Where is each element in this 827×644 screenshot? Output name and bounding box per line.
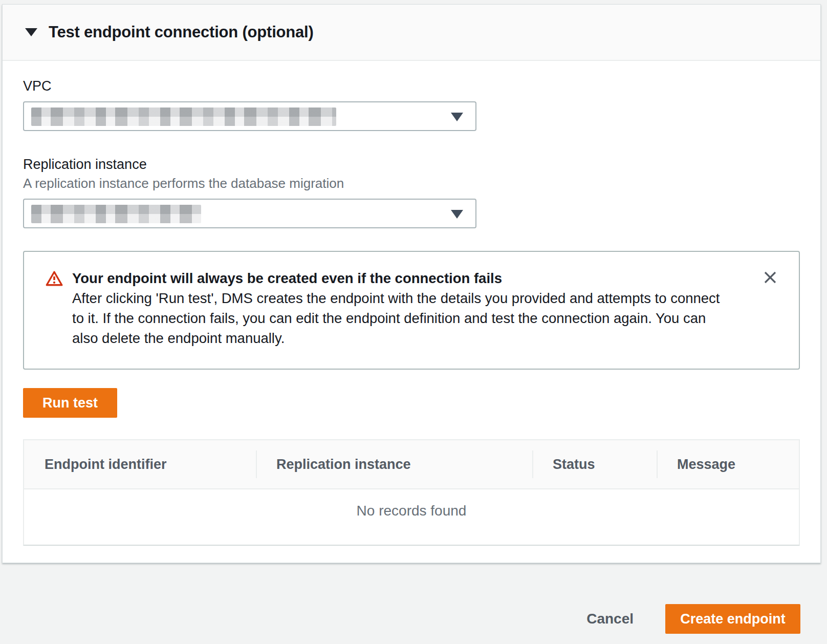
collapse-triangle-icon bbox=[25, 28, 37, 36]
warning-alert: Your endpoint will always be created eve… bbox=[23, 251, 800, 370]
section-header-toggle[interactable]: Test endpoint connection (optional) bbox=[3, 5, 820, 61]
vpc-select[interactable] bbox=[23, 101, 476, 131]
cancel-button[interactable]: Cancel bbox=[586, 611, 634, 627]
warning-triangle-icon bbox=[46, 270, 63, 348]
vpc-redacted-value bbox=[31, 108, 336, 126]
table-header-row: Endpoint identifier Replication instance… bbox=[24, 440, 799, 489]
table-empty-state: No records found bbox=[24, 489, 799, 545]
section-body: VPC Replication instance A replication i… bbox=[3, 78, 820, 546]
replication-instance-select[interactable] bbox=[23, 199, 476, 228]
column-header-message: Message bbox=[657, 440, 799, 488]
run-test-button[interactable]: Run test bbox=[23, 388, 117, 418]
column-header-endpoint-identifier: Endpoint identifier bbox=[24, 440, 256, 488]
section-title: Test endpoint connection (optional) bbox=[49, 23, 314, 41]
footer-action-bar: Cancel Create endpoint bbox=[586, 604, 800, 634]
test-endpoint-section-card: Test endpoint connection (optional) VPC … bbox=[2, 4, 821, 563]
close-icon[interactable] bbox=[759, 266, 781, 289]
warning-text-block: Your endpoint will always be created eve… bbox=[72, 268, 720, 348]
replication-instance-description: A replication instance performs the data… bbox=[23, 176, 800, 191]
warning-body-line: also delete the endpoint manually. bbox=[72, 328, 720, 348]
replication-instance-label: Replication instance bbox=[23, 157, 800, 173]
replication-instance-redacted-value bbox=[31, 205, 201, 223]
vpc-label: VPC bbox=[23, 78, 800, 94]
warning-body-line: to it. If the connection fails, you can … bbox=[72, 308, 720, 328]
warning-title: Your endpoint will always be created eve… bbox=[72, 268, 720, 288]
column-header-status: Status bbox=[532, 440, 657, 488]
test-results-table: Endpoint identifier Replication instance… bbox=[23, 439, 800, 546]
chevron-down-icon bbox=[451, 210, 463, 219]
warning-body-line: After clicking 'Run test', DMS creates t… bbox=[72, 288, 720, 308]
column-header-replication-instance: Replication instance bbox=[256, 440, 532, 488]
chevron-down-icon bbox=[451, 113, 463, 121]
create-endpoint-button[interactable]: Create endpoint bbox=[665, 604, 800, 634]
